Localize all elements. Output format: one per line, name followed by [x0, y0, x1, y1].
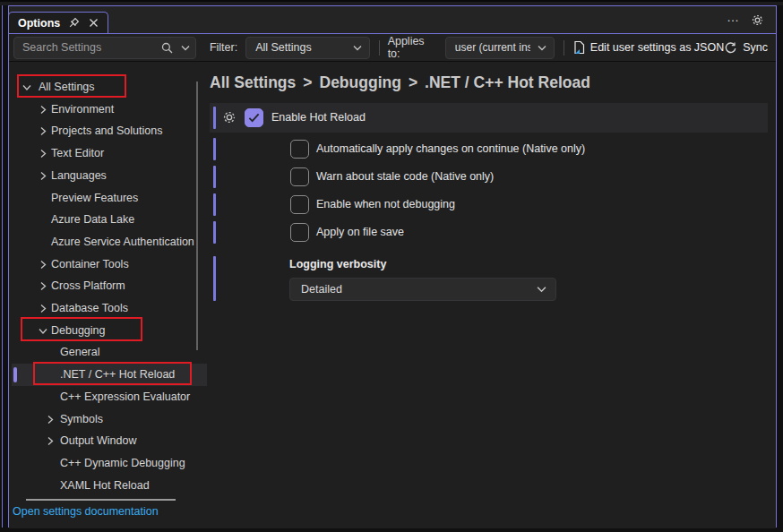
tree-item-label: Container Tools	[51, 258, 129, 270]
tree-chevron-icon[interactable]	[39, 260, 47, 270]
open-settings-documentation-link[interactable]: Open settings documentation	[13, 505, 159, 518]
setting-row: Warn about stale code (Native only)	[210, 163, 768, 191]
setting-checkbox[interactable]	[290, 195, 309, 214]
tree-item-label: C++ Dynamic Debugging	[60, 457, 185, 469]
sidebar-item-azure-service-authentication[interactable]: Azure Service Authentication	[12, 231, 207, 253]
setting-checkbox[interactable]	[290, 167, 309, 186]
sidebar-item-text-editor[interactable]: Text Editor	[12, 142, 207, 165]
filter-dropdown[interactable]: All Settings	[245, 37, 370, 59]
sync-button[interactable]: Sync	[724, 41, 768, 55]
pin-icon[interactable]	[66, 16, 80, 30]
sidebar-item-general[interactable]: General	[12, 341, 207, 364]
breadcrumb-separator: >	[303, 73, 312, 91]
window-settings-gear-icon[interactable]	[751, 13, 764, 27]
applies-to-label: Applies to:	[388, 35, 438, 60]
breadcrumb-item[interactable]: .NET / C++ Hot Reload	[425, 73, 590, 91]
setting-accent-bar	[213, 166, 216, 188]
search-icon[interactable]	[161, 42, 173, 54]
setting-gear-icon[interactable]	[222, 110, 237, 124]
search-options-chevron-icon[interactable]	[181, 45, 190, 51]
settings-panel: All Settings>Debugging>.NET / C++ Hot Re…	[207, 62, 776, 528]
sidebar-item-all-settings[interactable]: All Settings	[12, 76, 207, 99]
breadcrumb-separator: >	[409, 73, 417, 91]
setting-checkbox[interactable]	[290, 223, 309, 242]
close-icon[interactable]	[87, 16, 100, 30]
footer-divider	[26, 499, 176, 501]
window-controls: …	[727, 6, 776, 33]
tab-options[interactable]: Options	[8, 12, 108, 33]
setting-accent-bar	[213, 107, 216, 129]
tree-item-label: General	[60, 346, 99, 358]
tree-item-label: Database Tools	[51, 302, 128, 314]
sidebar-item-database-tools[interactable]: Database Tools	[12, 297, 207, 320]
edit-json-label: Edit user settings as JSON	[590, 41, 724, 54]
tree-item-label: Symbols	[60, 413, 103, 425]
tab-title: Options	[18, 17, 60, 30]
tree-item-label: Output Window	[60, 434, 136, 447]
sidebar-item-net-c-hot-reload[interactable]: .NET / C++ Hot Reload	[12, 364, 207, 386]
sidebar-item-languages[interactable]: Languages	[12, 165, 207, 187]
tree-chevron-icon[interactable]	[22, 83, 32, 92]
tree-chevron-icon[interactable]	[39, 304, 47, 313]
sidebar-item-c-expression-evaluator[interactable]: C++ Expression Evaluator	[12, 386, 207, 408]
sidebar-item-c-dynamic-debugging[interactable]: C++ Dynamic Debugging	[12, 452, 207, 475]
tree-chevron-icon[interactable]	[39, 126, 47, 136]
tree-chevron-icon[interactable]	[39, 326, 48, 335]
sidebar-item-output-window[interactable]: Output Window	[12, 430, 207, 452]
logging-verbosity-dropdown[interactable]: Detailed	[289, 278, 556, 301]
breadcrumb: All Settings>Debugging>.NET / C++ Hot Re…	[210, 73, 590, 92]
sidebar-item-projects-and-solutions[interactable]: Projects and Solutions	[12, 120, 207, 142]
enable-hot-reload-checkbox[interactable]	[245, 108, 263, 127]
setting-label: Enable Hot Reload	[271, 111, 366, 124]
tab-strip: Options …	[9, 6, 776, 33]
breadcrumb-item[interactable]: All Settings	[210, 73, 296, 91]
settings-tree: All Settings Environment Projects and So…	[9, 62, 207, 528]
filter-label: Filter:	[210, 41, 237, 54]
setting-checkbox[interactable]	[290, 140, 309, 159]
tree-item-label: Cross Platform	[51, 279, 125, 292]
tree-item-label: XAML Hot Reload	[60, 479, 150, 492]
sidebar-item-cross-platform[interactable]: Cross Platform	[12, 275, 207, 297]
setting-accent-bar	[213, 256, 216, 301]
sidebar-item-symbols[interactable]: Symbols	[12, 408, 207, 431]
tree-item-label: Azure Service Authentication	[51, 236, 194, 248]
tree-item-label: Languages	[51, 169, 107, 182]
tree-item-label: All Settings	[39, 81, 95, 93]
tree-item-label: Text Editor	[51, 147, 104, 159]
sidebar-item-preview-features[interactable]: Preview Features	[12, 187, 207, 210]
tree-chevron-icon[interactable]	[39, 105, 47, 115]
tree-chevron-icon[interactable]	[46, 415, 55, 425]
sidebar-item-xaml-hot-reload[interactable]: XAML Hot Reload	[12, 475, 207, 497]
sidebar-item-debugging[interactable]: Debugging	[12, 320, 207, 342]
chevron-down-icon	[538, 45, 546, 51]
edit-json-button[interactable]: Edit user settings as JSON	[573, 40, 724, 55]
sidebar-item-environment[interactable]: Environment	[12, 99, 207, 121]
tree-item-label: Projects and Solutions	[51, 124, 162, 137]
tree-chevron-icon[interactable]	[39, 171, 47, 181]
logging-verbosity-value: Detailed	[301, 283, 537, 296]
setting-accent-bar	[213, 193, 216, 216]
setting-label: Apply on file save	[316, 226, 404, 238]
setting-row: Automatically apply changes on continue …	[210, 135, 768, 163]
tree-chevron-icon[interactable]	[46, 436, 55, 446]
applies-to-dropdown[interactable]: user (current install)	[445, 37, 555, 59]
setting-row: Apply on file save	[210, 219, 768, 246]
tree-chevron-icon[interactable]	[39, 281, 47, 291]
setting-accent-bar	[213, 221, 216, 244]
tree-scrollbar[interactable]	[196, 82, 198, 350]
search-input[interactable]: Search Settings	[13, 37, 196, 59]
more-options-icon[interactable]: …	[727, 13, 740, 27]
tree-item-label: Preview Features	[51, 192, 138, 204]
chevron-down-icon	[537, 286, 546, 293]
tree-chevron-icon[interactable]	[39, 149, 47, 159]
sidebar-item-container-tools[interactable]: Container Tools	[12, 253, 207, 276]
breadcrumb-item[interactable]: Debugging	[320, 73, 401, 91]
tree-item-label: Debugging	[51, 324, 105, 337]
tree-item-label: .NET / C++ Hot Reload	[60, 368, 175, 381]
setting-row: Enable when not debugging	[210, 191, 768, 219]
applies-to-value: user (current install)	[455, 41, 530, 54]
toolbar-separator	[564, 40, 564, 56]
settings-toolbar: Search Settings Filter: All Settings App…	[9, 33, 776, 62]
ide-edge-accent-line	[2, 5, 3, 528]
sidebar-item-azure-data-lake[interactable]: Azure Data Lake	[12, 209, 207, 231]
